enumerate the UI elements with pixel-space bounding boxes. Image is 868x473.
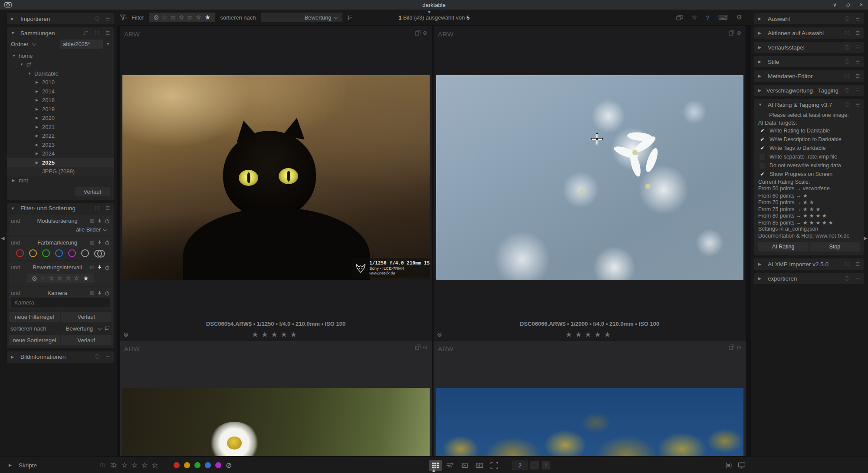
- menu-icon[interactable]: ☰: [855, 60, 860, 64]
- preferences-gear-icon[interactable]: ⚙: [736, 13, 742, 21]
- tree-item-jpeg[interactable]: JPEG (7089): [7, 167, 114, 176]
- power-icon[interactable]: [105, 291, 110, 296]
- culling-dynamic-button[interactable]: [458, 460, 471, 471]
- zoom-level-input[interactable]: 2: [512, 460, 528, 470]
- menu-icon[interactable]: ☰: [105, 354, 110, 359]
- rating-stars-control[interactable]: ☆☆☆☆☆: [111, 461, 161, 470]
- menu-icon[interactable]: ☰: [105, 31, 110, 36]
- display-profile-icon[interactable]: [738, 462, 746, 469]
- red-color-circle[interactable]: [16, 249, 24, 257]
- rating-filter-widget[interactable]: ⊗ ☆ ☆☆☆☆ ★: [149, 13, 215, 22]
- zoom-out-button[interactable]: −: [530, 461, 539, 470]
- thumbnail-image-yellow-flowers[interactable]: [436, 388, 743, 456]
- rating-range-widget[interactable]: ⊗ ☆ ☆☆☆☆ ★: [27, 274, 93, 283]
- new-sort-rule-button[interactable]: neue Sortierregel: [9, 335, 60, 345]
- full-preview-button[interactable]: [488, 460, 501, 471]
- shortcuts-keyboard-icon[interactable]: ⌨: [718, 13, 728, 21]
- presets-icon[interactable]: ⓘ: [845, 74, 849, 79]
- purple-label-button[interactable]: [215, 462, 221, 468]
- power-icon[interactable]: [105, 218, 110, 224]
- collapsed-arrow-icon[interactable]: ▶: [11, 17, 16, 21]
- grouping-icon[interactable]: [676, 15, 683, 20]
- sort-lines-icon[interactable]: [83, 30, 89, 36]
- filter-history-button[interactable]: Verlauf: [61, 312, 112, 322]
- yellow-label-button[interactable]: [184, 462, 190, 468]
- reject-filter-icon[interactable]: ⊗: [32, 275, 37, 282]
- new-filter-rule-button[interactable]: neue Filterregel: [9, 312, 60, 322]
- presets-icon[interactable]: ⓘ: [95, 354, 99, 359]
- tree-item-2014[interactable]: ▶2014: [7, 87, 114, 96]
- history-dropdown-icon[interactable]: ▼: [106, 42, 110, 46]
- history-stack-module-header[interactable]: ▶ Verlaufsstapel ⓘ☰: [754, 42, 864, 53]
- minimize-button[interactable]: ∨: [833, 2, 837, 8]
- pin-icon[interactable]: [97, 240, 102, 245]
- yellow-color-circle[interactable]: [29, 249, 37, 257]
- expand-arrow[interactable]: ▶: [36, 134, 42, 138]
- collapsed-arrow-icon[interactable]: ▶: [758, 31, 764, 35]
- collapsed-arrow-icon[interactable]: ▶: [758, 262, 764, 266]
- expand-arrow[interactable]: ▶: [36, 116, 42, 120]
- menu-icon[interactable]: ☰: [855, 103, 860, 107]
- sort-direction-icon[interactable]: [347, 15, 353, 20]
- collections-history-button[interactable]: Verlauf: [75, 187, 110, 196]
- expanded-arrow-icon[interactable]: ▼: [758, 103, 764, 107]
- pin-icon[interactable]: [97, 218, 102, 223]
- menu-icon[interactable]: ☰: [855, 276, 860, 281]
- tagging-module-header[interactable]: ▶ Verschlagwortung - Tagging ⓘ☰: [754, 85, 864, 96]
- tree-item-darktable[interactable]: ▼Darktable: [7, 69, 114, 78]
- tree-item-2025-selected[interactable]: ▶2025: [7, 158, 114, 167]
- zero-star-icon[interactable]: ☆: [40, 275, 46, 282]
- help-icon[interactable]: ?: [706, 14, 710, 21]
- thumbnail-cell-dsc06054[interactable]: ARW ⊘ 1/1250 f/4.0 210mm IS Sony - ILCE-…: [120, 26, 432, 340]
- right-panel-collapse-arrow[interactable]: ▶: [864, 235, 867, 241]
- clear-label-button[interactable]: ⊘: [226, 461, 232, 470]
- expand-arrow[interactable]: ▼: [20, 63, 26, 66]
- ai-xmp-importer-header[interactable]: ▶ AI XMP Importer v2.5.0 ⓘ☰: [754, 258, 864, 270]
- menu-icon[interactable]: ☰: [855, 17, 860, 21]
- remove-rule-icon[interactable]: ⊠: [90, 264, 95, 271]
- left-panel-collapse-arrow[interactable]: ◀: [1, 235, 4, 241]
- collections-header[interactable]: ▼ Sammlungen ⓘ ☰: [7, 27, 114, 39]
- blue-color-circle[interactable]: [55, 249, 63, 257]
- expand-arrow[interactable]: ▶: [36, 143, 42, 147]
- sort-criterion-select[interactable]: Bewertung: [261, 13, 342, 22]
- thumbnail-image-black-cat[interactable]: 1/1250 f/4.0 210mm IS Sony - ILCE-7RM4 w…: [122, 75, 430, 280]
- collection-criterion[interactable]: Ordner: [11, 41, 28, 47]
- tree-item-2018[interactable]: ▶2018: [7, 96, 114, 105]
- remove-rule-icon[interactable]: ⊠: [90, 218, 95, 224]
- import-header[interactable]: ▶ Importieren ⓘ ☰: [7, 13, 114, 24]
- expand-arrow[interactable]: ▼: [28, 72, 34, 76]
- presets-icon[interactable]: ⓘ: [845, 103, 849, 107]
- collapsed-arrow-icon[interactable]: ▶: [11, 355, 16, 359]
- presets-icon[interactable]: ⓘ: [100, 463, 105, 468]
- pin-icon-active[interactable]: [97, 265, 102, 270]
- close-button[interactable]: ×: [860, 2, 863, 8]
- ai-rating-button[interactable]: AI Rating: [758, 242, 809, 251]
- power-icon[interactable]: [105, 240, 110, 245]
- tree-item-2019[interactable]: ▶2019: [7, 105, 114, 114]
- remove-rule-icon[interactable]: ⊠: [90, 239, 95, 246]
- thumbnail-cell-yellow-flowers[interactable]: ARW ⊘: [434, 341, 746, 456]
- tree-item-2023[interactable]: ▶2023: [7, 140, 114, 149]
- power-icon[interactable]: [105, 265, 110, 270]
- five-star-icon[interactable]: ★: [83, 275, 89, 282]
- thumbnail-cell-dsc06066[interactable]: ARW ⊘ DSC06066.ARW$ • 1/2000 • f/4.0 • 2…: [434, 26, 746, 340]
- collapsed-arrow-icon[interactable]: ▶: [758, 17, 764, 21]
- selected-actions-module-header[interactable]: ▶ Aktionen auf Auswahl ⓘ☰: [754, 27, 864, 39]
- ai-rating-header[interactable]: ▼ AI Rating & Tagging v3.7 ⓘ☰: [754, 99, 864, 110]
- sort-history-button[interactable]: Verlauf: [61, 335, 112, 345]
- expanded-arrow-icon[interactable]: ▼: [11, 31, 16, 35]
- tree-item-2022[interactable]: ▶2022: [7, 132, 114, 141]
- checkbox[interactable]: ✔: [760, 137, 765, 142]
- thumbnail-image-daisy[interactable]: [122, 388, 430, 456]
- sort-direction-icon[interactable]: [105, 326, 110, 331]
- expand-arrow[interactable]: ▶: [36, 152, 42, 155]
- maximize-button[interactable]: ◇: [846, 2, 850, 8]
- menu-icon[interactable]: ☰: [855, 262, 860, 267]
- option-write-rating[interactable]: ✔Write Rating to Darktable: [758, 126, 860, 135]
- rating-stars[interactable]: ★★★★★: [434, 330, 746, 339]
- expanded-arrow-icon[interactable]: ▼: [11, 206, 16, 211]
- all-colors-circle[interactable]: [94, 250, 105, 257]
- reject-filter-icon[interactable]: ⊗: [154, 13, 159, 21]
- tree-item-2010[interactable]: ▶2010: [7, 78, 114, 87]
